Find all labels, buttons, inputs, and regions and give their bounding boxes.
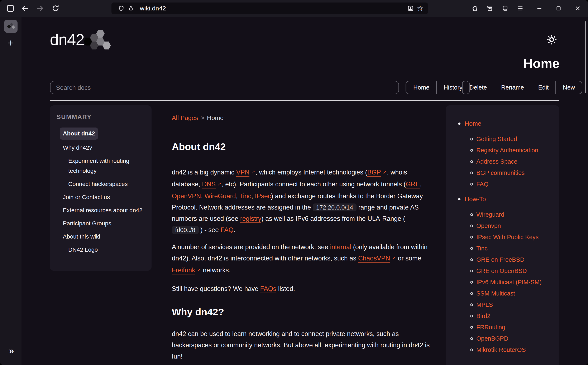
page-viewport: dn42 Home HomeHistory DeleteRenameEditNe… xyxy=(21,17,588,365)
right-nav-subitem[interactable]: MPLS xyxy=(470,299,560,310)
new-tab-button[interactable]: + xyxy=(0,38,21,49)
circle-bullet-icon xyxy=(470,236,473,239)
wiki-action-button[interactable]: Delete xyxy=(462,81,494,94)
right-nav-subitem[interactable]: Tinc xyxy=(470,243,560,254)
summary-item[interactable]: Join or Contact us xyxy=(63,192,146,202)
inline-link[interactable]: VPN xyxy=(236,169,249,176)
download-icon[interactable] xyxy=(406,4,415,13)
expand-sidebar-button[interactable]: » xyxy=(0,346,21,356)
scrollbar-thumb[interactable] xyxy=(585,21,586,93)
summary-item[interactable]: External resources about dn42 xyxy=(63,205,146,215)
inline-link[interactable]: DNS xyxy=(202,181,216,189)
inline-link[interactable]: GRE xyxy=(406,181,420,189)
menu-icon[interactable] xyxy=(516,4,524,13)
extensions-icon[interactable] xyxy=(470,4,479,13)
bookmark-star-icon[interactable]: ☆ xyxy=(415,4,425,13)
url-bar[interactable]: wiki.dn42 ☆ xyxy=(112,2,428,14)
circle-bullet-icon xyxy=(470,213,473,216)
external-link-icon: ↗ xyxy=(251,169,255,175)
breadcrumb-all-pages-link[interactable]: All Pages xyxy=(172,114,198,121)
close-button[interactable] xyxy=(574,4,582,13)
inline-link[interactable]: FAQ xyxy=(221,226,234,234)
site-logo-text[interactable]: dn42 xyxy=(50,30,84,49)
right-nav-subitem[interactable]: FRRouting xyxy=(470,322,560,333)
right-nav-subitem[interactable]: Bird2 xyxy=(470,310,560,322)
right-nav-subitem-label: OpenBGPD xyxy=(476,335,508,342)
inline-link[interactable]: Freifunk xyxy=(172,267,195,274)
right-nav-subitem[interactable]: Getting Started xyxy=(470,133,560,145)
right-nav-subitem[interactable]: Registry Authentication xyxy=(470,145,560,156)
minimize-button[interactable] xyxy=(535,4,544,13)
right-nav-subitem[interactable]: IPv6 Multicast (PIM-SM) xyxy=(470,276,560,288)
wiki-nav-button[interactable]: Home xyxy=(406,81,436,94)
summary-item[interactable]: About dn42 xyxy=(60,127,143,140)
summary-item-label: DN42 Logo xyxy=(68,246,98,253)
right-nav-subitem[interactable]: SSM Multicast xyxy=(470,288,560,299)
inline-link[interactable]: BGP xyxy=(367,169,381,176)
summary-item[interactable]: Connect hackerspaces xyxy=(68,179,146,189)
right-nav-subitem-label: Registry Authentication xyxy=(476,147,538,154)
archive-box-icon[interactable] xyxy=(486,4,494,13)
right-nav-subitem[interactable]: FAQ xyxy=(470,178,560,190)
reload-button[interactable] xyxy=(51,4,60,13)
theme-toggle-sun-icon[interactable] xyxy=(546,34,558,45)
right-nav-subitem[interactable]: GRE on FreeBSD xyxy=(470,254,560,265)
wiki-action-button[interactable]: Rename xyxy=(494,81,531,94)
inline-link[interactable]: internal xyxy=(330,243,351,251)
circle-bullet-icon xyxy=(470,281,473,284)
right-nav-subitem-label: IPv6 Multicast (PIM-SM) xyxy=(476,279,542,286)
summary-heading: SUMMARY xyxy=(56,113,152,120)
inline-link[interactable]: IPsec xyxy=(255,192,271,200)
right-nav-subitem[interactable]: OpenBGPD xyxy=(470,333,560,344)
summary-item[interactable]: Experiment with routing technology xyxy=(68,156,146,176)
right-nav-subitem[interactable]: IPsec With Public Keys xyxy=(470,232,560,243)
sidebar-toggle-button[interactable] xyxy=(6,4,15,13)
summary-item[interactable]: Why dn42? xyxy=(63,143,146,153)
summary-item[interactable]: Participant Groups xyxy=(63,218,146,229)
right-nav-subitem[interactable]: BGP communities xyxy=(470,167,560,178)
maximize-button[interactable] xyxy=(554,4,563,13)
forward-button[interactable] xyxy=(36,4,44,13)
circle-bullet-icon xyxy=(470,172,473,174)
wiki-action-button[interactable]: Edit xyxy=(531,81,555,94)
wiki-action-button[interactable]: New xyxy=(555,81,582,94)
back-button[interactable] xyxy=(21,4,29,13)
summary-item[interactable]: About this wiki xyxy=(63,232,146,242)
inline-link[interactable]: ChaosVPN xyxy=(358,255,390,263)
lock-icon[interactable] xyxy=(126,4,136,13)
right-nav-subitem[interactable]: Address Space xyxy=(470,156,560,167)
right-nav-subitem-label: GRE on FreeBSD xyxy=(476,256,524,263)
inline-link[interactable]: registry xyxy=(240,215,261,223)
right-nav-subitem[interactable]: Mikrotik RouterOS xyxy=(470,344,560,355)
inline-link[interactable]: WireGuard xyxy=(204,192,236,200)
search-input[interactable] xyxy=(50,81,399,94)
circle-bullet-icon xyxy=(470,315,473,317)
summary-item-label: Participant Groups xyxy=(63,220,111,227)
shield-icon[interactable] xyxy=(117,4,126,13)
section-heading-why: Why dn42? xyxy=(172,306,224,318)
right-nav-item[interactable]: How-To xyxy=(458,196,560,203)
summary-item[interactable]: DN42 Logo xyxy=(68,245,146,255)
page-title: Home xyxy=(524,56,560,71)
right-nav-subitem[interactable]: GRE on OpenBSD xyxy=(470,265,560,276)
right-nav-subitem-label: Wireguard xyxy=(476,211,504,218)
right-nav-item[interactable]: Home xyxy=(458,120,560,127)
inline-link[interactable]: Tinc xyxy=(239,192,251,200)
page-action-button-group: DeleteRenameEditNew xyxy=(462,81,582,94)
url-text: wiki.dn42 xyxy=(140,5,166,12)
right-nav-subitem[interactable]: Wireguard xyxy=(470,209,560,220)
summary-item-label: Experiment with routing technology xyxy=(68,158,129,174)
breadcrumb: All Pages>Home xyxy=(172,114,224,121)
external-link-icon: ↗ xyxy=(197,267,201,273)
device-screen-icon[interactable] xyxy=(501,4,509,13)
summary-sidebar: SUMMARY About dn42 Why dn42? Experiment … xyxy=(50,105,152,271)
circle-bullet-icon xyxy=(470,258,473,261)
circle-bullet-icon xyxy=(470,270,473,272)
summary-item-label: About this wiki xyxy=(63,233,100,240)
breadcrumb-current: Home xyxy=(207,114,224,121)
active-tab-thumbnail[interactable] xyxy=(4,20,18,33)
right-nav-subitem[interactable]: Openvpn xyxy=(470,220,560,232)
inline-link[interactable]: OpenVPN xyxy=(172,192,201,200)
right-nav-section: How-To Wireguard xyxy=(446,196,560,355)
inline-link[interactable]: FAQs xyxy=(260,285,276,293)
